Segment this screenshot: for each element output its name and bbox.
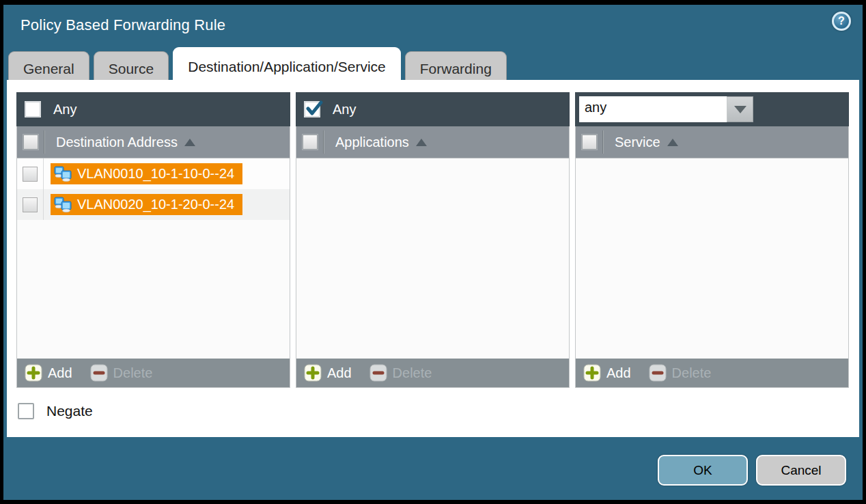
dialog-action-buttons: OK Cancel bbox=[658, 455, 846, 486]
add-label: Add bbox=[327, 365, 352, 381]
network-icon bbox=[54, 166, 72, 182]
delete-label: Delete bbox=[393, 365, 432, 381]
tab-destination-application-service[interactable]: Destination/Application/Service bbox=[173, 47, 401, 85]
plus-icon bbox=[304, 364, 322, 382]
plus-icon bbox=[25, 364, 42, 382]
sort-ascending-icon bbox=[416, 139, 427, 146]
destination-toolbar: Add Delete bbox=[17, 359, 290, 387]
service-header-label: Service bbox=[615, 135, 660, 150]
dialog-titlebar: Policy Based Forwarding Rule ? bbox=[3, 5, 863, 46]
delete-label: Delete bbox=[672, 365, 712, 381]
chevron-down-icon bbox=[734, 106, 746, 113]
address-object-chip[interactable]: VLAN0010_10-1-10-0--24 bbox=[51, 163, 242, 184]
destination-select-all-checkbox[interactable] bbox=[23, 135, 38, 150]
add-button[interactable]: Add bbox=[583, 364, 631, 382]
add-button[interactable]: Add bbox=[304, 364, 352, 382]
applications-panel: Any Applications Add bbox=[296, 92, 570, 388]
applications-list bbox=[296, 158, 569, 359]
destination-any-checkbox[interactable] bbox=[25, 101, 41, 117]
header-divider bbox=[323, 130, 324, 154]
service-select-all-checkbox[interactable] bbox=[582, 135, 597, 150]
service-mode-value[interactable]: any bbox=[579, 96, 727, 122]
dialog-title: Policy Based Forwarding Rule bbox=[20, 16, 225, 34]
service-mode-dropdown[interactable]: any bbox=[579, 96, 753, 122]
service-dropdown-bar: any bbox=[575, 92, 849, 126]
delete-button[interactable]: Delete bbox=[90, 364, 153, 382]
address-object-label: VLAN0010_10-1-10-0--24 bbox=[77, 166, 234, 182]
row-checkbox[interactable] bbox=[23, 167, 38, 182]
destination-column-header[interactable]: Destination Address bbox=[17, 126, 290, 158]
row-checkbox[interactable] bbox=[23, 197, 38, 212]
destination-any-label: Any bbox=[53, 102, 76, 117]
service-list bbox=[576, 158, 848, 359]
destination-address-panel: Any Destination Address bbox=[16, 92, 290, 388]
header-divider bbox=[602, 130, 604, 154]
check-icon bbox=[305, 100, 323, 117]
sort-ascending-icon bbox=[184, 139, 195, 146]
row-checkbox-cell bbox=[17, 189, 44, 220]
negate-checkbox[interactable] bbox=[18, 403, 34, 419]
minus-icon bbox=[649, 364, 667, 382]
header-divider bbox=[44, 130, 45, 154]
dropdown-button[interactable] bbox=[727, 96, 753, 122]
applications-toolbar: Add Delete bbox=[296, 359, 569, 387]
minus-icon bbox=[90, 364, 108, 382]
service-panel: any Service bbox=[575, 92, 849, 388]
address-object-chip[interactable]: VLAN0020_10-1-20-0--24 bbox=[51, 194, 242, 215]
applications-any-bar: Any bbox=[296, 92, 570, 126]
service-toolbar: Add Delete bbox=[576, 359, 848, 387]
help-icon[interactable]: ? bbox=[832, 12, 851, 31]
cancel-button[interactable]: Cancel bbox=[756, 455, 846, 486]
service-column-header[interactable]: Service bbox=[576, 126, 848, 158]
address-object-label: VLAN0020_10-1-20-0--24 bbox=[77, 197, 234, 212]
delete-button[interactable]: Delete bbox=[649, 364, 712, 382]
applications-select-all-checkbox[interactable] bbox=[303, 135, 318, 150]
table-row[interactable]: VLAN0010_10-1-10-0--24 bbox=[17, 158, 290, 189]
delete-label: Delete bbox=[113, 365, 153, 381]
applications-column-header[interactable]: Applications bbox=[296, 126, 569, 158]
minus-icon bbox=[369, 364, 387, 382]
sort-ascending-icon bbox=[667, 139, 678, 146]
destination-header-label: Destination Address bbox=[56, 135, 178, 150]
negate-label: Negate bbox=[46, 403, 93, 419]
applications-any-checkbox[interactable] bbox=[304, 101, 320, 117]
delete-button[interactable]: Delete bbox=[369, 364, 432, 382]
destination-any-bar: Any bbox=[16, 92, 290, 126]
table-row[interactable]: VLAN0020_10-1-20-0--24 bbox=[17, 189, 290, 220]
row-checkbox-cell bbox=[17, 158, 44, 189]
ok-button[interactable]: OK bbox=[658, 455, 748, 486]
applications-header-label: Applications bbox=[335, 135, 409, 150]
plus-icon bbox=[583, 364, 601, 382]
panels-row: Any Destination Address bbox=[16, 92, 849, 388]
applications-any-label: Any bbox=[333, 102, 356, 117]
tab-content: Any Destination Address bbox=[7, 80, 859, 437]
add-button[interactable]: Add bbox=[25, 364, 72, 382]
add-label: Add bbox=[606, 365, 631, 381]
policy-based-forwarding-dialog: Policy Based Forwarding Rule ? General S… bbox=[3, 5, 863, 500]
add-label: Add bbox=[48, 365, 72, 381]
destination-address-list: VLAN0010_10-1-10-0--24 bbox=[17, 158, 290, 359]
negate-option: Negate bbox=[18, 403, 93, 419]
network-icon bbox=[54, 197, 72, 212]
